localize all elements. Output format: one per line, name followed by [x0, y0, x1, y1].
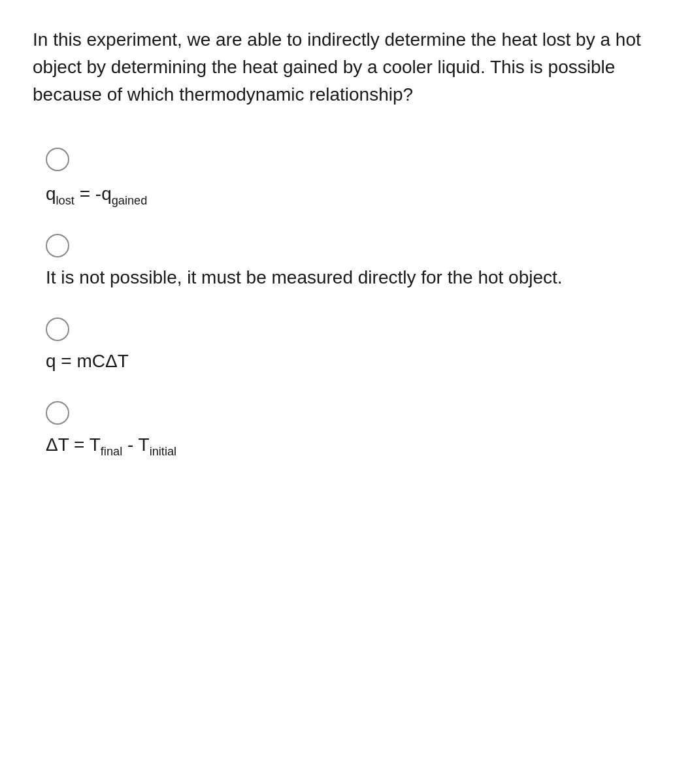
- option-item-2: It is not possible, it must be measured …: [33, 214, 644, 298]
- option-label-1: qlost = -qgained: [46, 180, 644, 208]
- option-label-4: ΔT = Tfinal - Tinitial: [46, 431, 644, 459]
- question-container: In this experiment, we are able to indir…: [33, 26, 644, 465]
- option-label-2: It is not possible, it must be measured …: [46, 264, 644, 291]
- option-radio-row-3: [46, 318, 644, 341]
- option-label-3: q = mCΔT: [46, 348, 644, 375]
- radio-button-2[interactable]: [46, 234, 69, 257]
- option-item-4: ΔT = Tfinal - Tinitial: [33, 382, 644, 465]
- radio-button-1[interactable]: [46, 148, 69, 171]
- question-text: In this experiment, we are able to indir…: [33, 26, 644, 108]
- option-radio-row-1: [46, 148, 644, 171]
- radio-button-4[interactable]: [46, 401, 69, 425]
- option-item-1: qlost = -qgained: [33, 135, 644, 214]
- option-radio-row-4: [46, 401, 644, 425]
- option-item-3: q = mCΔT: [33, 298, 644, 382]
- options-list: qlost = -qgained It is not possible, it …: [33, 135, 644, 465]
- option-radio-row-2: [46, 234, 644, 257]
- radio-button-3[interactable]: [46, 318, 69, 341]
